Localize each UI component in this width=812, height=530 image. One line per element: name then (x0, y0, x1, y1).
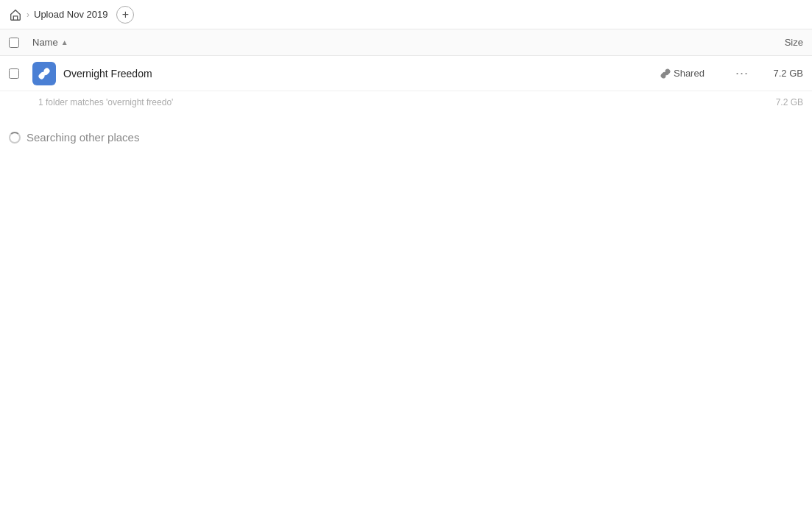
breadcrumb-folder-name[interactable]: Upload Nov 2019 (34, 9, 107, 20)
file-row[interactable]: Overnight Freedom Shared ··· 7.2 GB (0, 56, 812, 91)
shared-area: Shared (660, 68, 719, 79)
searching-row: Searching other places (0, 113, 812, 149)
match-size-label: 7.2 GB (776, 97, 803, 107)
select-all-input[interactable] (9, 38, 19, 48)
loading-spinner (9, 132, 21, 144)
match-count-row: 1 folder matches 'overnight freedo' 7.2 … (0, 91, 812, 113)
add-button[interactable]: + (116, 6, 134, 24)
searching-label: Searching other places (27, 131, 139, 144)
sort-arrow-icon: ▲ (61, 38, 68, 46)
file-size-label: 7.2 GB (759, 68, 803, 79)
row-checkbox[interactable] (9, 68, 19, 79)
home-button[interactable] (9, 8, 22, 21)
size-column-header: Size (744, 37, 803, 48)
row-checkbox-wrap[interactable] (9, 68, 27, 79)
select-all-checkbox[interactable] (9, 38, 27, 48)
name-column-header[interactable]: Name ▲ (32, 37, 744, 48)
breadcrumb-separator: › (27, 10, 29, 20)
shared-label: Shared (674, 68, 705, 79)
breadcrumb-bar: › Upload Nov 2019 + (0, 0, 812, 29)
match-count-text: 1 folder matches 'overnight freedo' (38, 97, 173, 107)
more-options-button[interactable]: ··· (731, 66, 753, 81)
column-headers: Name ▲ Size (0, 29, 812, 56)
folder-icon-wrap (32, 62, 56, 85)
file-name-label: Overnight Freedom (63, 68, 660, 80)
